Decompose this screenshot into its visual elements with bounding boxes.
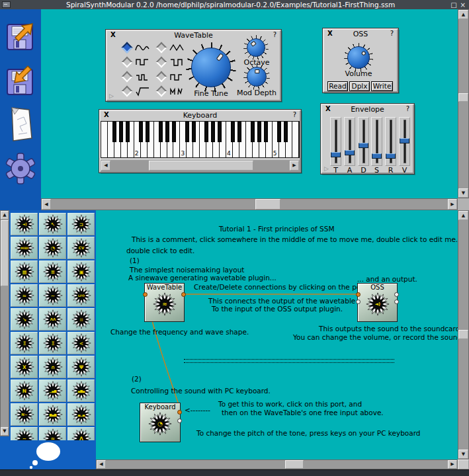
- scroll-down-button[interactable]: ▼: [1, 427, 9, 436]
- scroll-thumb[interactable]: [458, 330, 468, 339]
- palette-plugin-input-device[interactable]: ↖: [39, 213, 66, 235]
- waveform-option-pulse[interactable]: [156, 55, 185, 69]
- piano-black-key[interactable]: [119, 122, 123, 142]
- palette-plugin-output[interactable]: ◄): [11, 213, 38, 235]
- comment[interactable]: This outputs the sound to the soundcard.: [319, 325, 458, 333]
- piano-white-key[interactable]: [292, 122, 299, 157]
- scroll-right-button[interactable]: ▶: [290, 161, 299, 171]
- resize-handle-icon[interactable]: ▷: [109, 93, 114, 99]
- envelope-slider-D[interactable]: [358, 117, 369, 166]
- comment-separator[interactable]: [184, 359, 394, 363]
- comment-tool-icon[interactable]: [26, 440, 66, 469]
- keyboard-plugin-window[interactable]: X Keyboard ? 2345 ◀ ▶: [99, 110, 301, 173]
- comment[interactable]: This connects the output of the wavetabl…: [208, 297, 355, 305]
- canvas-vscrollbar[interactable]: ▲ ▼: [458, 210, 469, 459]
- write-button[interactable]: Write: [371, 81, 393, 91]
- palette-plugin-formant[interactable]: ∩: [39, 356, 66, 378]
- piano-black-key[interactable]: [172, 122, 176, 142]
- read-button[interactable]: Read: [327, 81, 348, 91]
- waveform-option-sine[interactable]: [122, 40, 150, 55]
- comment[interactable]: then on the WaveTable's one free input a…: [222, 409, 384, 416]
- wavetable-help-button[interactable]: ?: [273, 31, 277, 38]
- slider-thumb[interactable]: [345, 150, 355, 155]
- palette-plugin-mixer[interactable]: ≡: [39, 260, 66, 283]
- piano-black-key[interactable]: [159, 122, 163, 142]
- wavetable-module[interactable]: WaveTable ≈: [144, 283, 185, 322]
- scroll-left-button[interactable]: ◀: [97, 460, 106, 469]
- waveform-radio[interactable]: [122, 42, 133, 54]
- comment[interactable]: Create/Delete connections by clicking on…: [194, 283, 372, 291]
- piano-white-key[interactable]: [101, 122, 108, 157]
- comment[interactable]: (1): [130, 257, 140, 264]
- close-icon[interactable]: ×: [460, 1, 466, 9]
- palette-plugin-noise[interactable]: N: [11, 379, 38, 402]
- piano-black-key[interactable]: [139, 122, 143, 142]
- fine-tune-knob[interactable]: [191, 48, 231, 87]
- scroll-up-button[interactable]: ▲: [458, 211, 468, 220]
- piano-black-key[interactable]: [126, 122, 130, 142]
- palette-plugin-cv[interactable]: CV: [67, 237, 95, 259]
- save-patch-button[interactable]: [4, 58, 37, 99]
- minimize-button[interactable]: [2, 1, 11, 8]
- palette-plugin-noise2[interactable]: N~: [11, 403, 38, 426]
- keyboard-help-button[interactable]: ?: [293, 111, 296, 118]
- piano-black-key[interactable]: [146, 122, 149, 142]
- palette-plugin-seq2[interactable]: ▄▁▄: [67, 403, 95, 426]
- piano-black-key[interactable]: [264, 122, 268, 142]
- resize-handle-icon[interactable]: ▷: [324, 165, 329, 172]
- palette-plugin-lfo[interactable]: LFO: [67, 284, 95, 307]
- piano-black-key[interactable]: [218, 122, 222, 142]
- canvas-hscrollbar[interactable]: ◀ ▶: [96, 459, 458, 469]
- waveform-option-pulse2[interactable]: [156, 69, 185, 84]
- oss-help-button[interactable]: ?: [390, 30, 394, 37]
- palette-plugin-plugin-28[interactable]: ~: [11, 427, 38, 440]
- slider-thumb[interactable]: [331, 152, 341, 157]
- waveform-radio[interactable]: [122, 86, 133, 97]
- palette-plugin-env-follower[interactable]: ↘: [11, 308, 38, 331]
- envelope-slider-V[interactable]: [399, 117, 410, 166]
- scroll-right-button[interactable]: ▶: [448, 199, 457, 210]
- palette-plugin-jack[interactable]: ⊐: [67, 213, 95, 235]
- palette-plugin-splitter[interactable]: Ψ: [67, 356, 95, 378]
- new-patch-button[interactable]: [4, 103, 37, 144]
- palette-plugin-delay[interactable]: Ξ: [39, 332, 66, 354]
- scroll-down-button[interactable]: ▼: [458, 450, 468, 459]
- waveform-option-noise-m[interactable]: [156, 84, 185, 99]
- comment[interactable]: You can change the volume, or record the…: [293, 333, 458, 341]
- waveform-option-square[interactable]: [122, 55, 150, 69]
- piano-black-key[interactable]: [284, 122, 288, 142]
- palette-plugin-wavetable[interactable]: ≈: [11, 284, 38, 307]
- waveform-option-root[interactable]: [122, 84, 150, 99]
- waveform-radio[interactable]: [156, 57, 167, 68]
- waveform-radio[interactable]: [156, 42, 167, 54]
- piano-black-key[interactable]: [211, 122, 215, 142]
- palette-plugin-stepper[interactable]: |||: [67, 308, 95, 331]
- waveform-radio[interactable]: [156, 86, 167, 97]
- scroll-thumb[interactable]: [1, 220, 9, 286]
- oss-input-port-2[interactable]: [356, 299, 361, 304]
- oss-output-port-2[interactable]: [394, 299, 399, 304]
- top-pane-vscrollbar[interactable]: ▲ ▼: [458, 9, 469, 198]
- patch-canvas[interactable]: Tutorial 1 - First principles of SSM Thi…: [96, 210, 458, 459]
- canvas-title-comment[interactable]: Tutorial 1 - First principles of SSM: [219, 225, 334, 233]
- comment[interactable]: Controlling the sound with PC keyboard.: [131, 387, 271, 395]
- oss-input-port-1[interactable]: [356, 292, 361, 297]
- scroll-left-button[interactable]: ◀: [42, 199, 51, 210]
- resize-corner[interactable]: [458, 459, 469, 469]
- slider-thumb[interactable]: [359, 143, 368, 148]
- scroll-thumb[interactable]: [285, 460, 304, 469]
- wavetable-input-port[interactable]: [143, 292, 148, 297]
- piano-black-key[interactable]: [277, 122, 281, 142]
- scroll-down-button[interactable]: ▼: [458, 188, 468, 198]
- comment[interactable]: To the input of the OSS output plugin.: [212, 305, 343, 313]
- palette-plugin-ringmod[interactable]: X: [11, 356, 38, 378]
- oss-module[interactable]: OSS ◄): [357, 283, 398, 322]
- keyboard-scrollbar[interactable]: ◀ ▶: [101, 160, 300, 171]
- piano-black-key[interactable]: [112, 122, 116, 142]
- wavetable-plugin-window[interactable]: X WaveTable ? Fine Tune Octave Mod Depth…: [106, 30, 281, 101]
- waveform-option-pulse-narrow[interactable]: [122, 69, 150, 84]
- piano-black-key[interactable]: [251, 122, 255, 142]
- palette-plugin-matrix[interactable]: ▦: [11, 260, 38, 283]
- palette-plugin-spike[interactable]: ΛΛ: [39, 308, 66, 331]
- maximize-icon[interactable]: □: [450, 1, 456, 9]
